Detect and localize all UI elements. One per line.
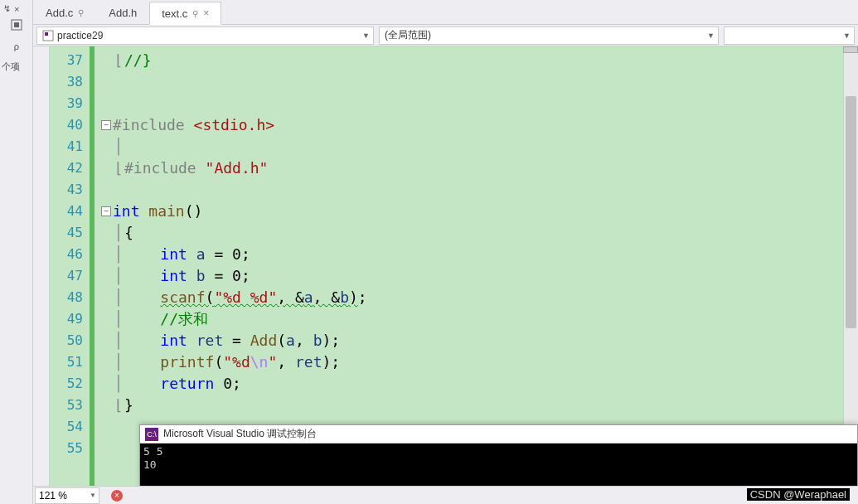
console-titlebar[interactable]: C:\ Microsoft Visual Studio 调试控制台 — [140, 425, 857, 443]
zoom-value: 121 % — [39, 490, 67, 502]
line-number: 44 — [50, 201, 83, 222]
toolbar: practice29 ▼ (全局范围) ▼ ▼ — [33, 25, 858, 46]
search-icon[interactable]: ρ — [0, 36, 33, 57]
code-line[interactable]: │ int a = 0; — [95, 244, 858, 265]
tab-text-c[interactable]: text.c⚲× — [149, 2, 221, 25]
status-bar: 121 % ▼ × — [33, 486, 858, 504]
line-number: 48 — [50, 287, 83, 308]
tab-Add-c[interactable]: Add.c⚲ — [33, 1, 96, 24]
chevron-down-icon: ▼ — [707, 32, 715, 40]
function-dropdown[interactable]: (全局范围) ▼ — [379, 27, 719, 45]
chevron-down-icon: ▼ — [362, 32, 370, 40]
code-line[interactable]: −#include <stdio.h> — [95, 114, 858, 136]
project-icon — [42, 30, 54, 41]
line-number: 54 — [50, 416, 83, 438]
close-icon[interactable]: × — [203, 7, 209, 19]
watermark: CSDN @Weraphael — [747, 488, 850, 501]
code-line[interactable]: −int main() — [95, 201, 858, 222]
debug-console: C:\ Microsoft Visual Studio 调试控制台 5 510 — [139, 424, 858, 487]
line-number: 52 — [50, 373, 83, 395]
code-line[interactable] — [95, 93, 858, 114]
line-number: 50 — [50, 330, 83, 351]
line-number: 39 — [50, 93, 83, 114]
scrollbar-thumb[interactable] — [846, 96, 856, 328]
sidebar-item-label: 个项 — [0, 57, 32, 76]
code-line[interactable]: │ printf("%d\n", ret); — [95, 351, 858, 373]
code-line[interactable]: │ scanf("%d %d", &a, &b); — [95, 287, 858, 308]
line-number: 51 — [50, 351, 83, 373]
tab-label: Add.c — [46, 7, 73, 19]
code-line[interactable] — [95, 179, 858, 201]
fold-icon[interactable]: − — [101, 120, 111, 130]
line-number: 40 — [50, 114, 83, 136]
code-line[interactable]: │ — [95, 136, 858, 158]
code-line[interactable]: │ int b = 0; — [95, 265, 858, 287]
svg-rect-3 — [45, 32, 48, 36]
line-number: 55 — [50, 438, 83, 459]
zoom-dropdown[interactable]: 121 % ▼ — [35, 487, 99, 504]
line-number: 37 — [50, 50, 83, 71]
chevron-down-icon: ▼ — [843, 32, 851, 40]
line-number: 53 — [50, 395, 83, 416]
code-line[interactable]: ⌊} — [95, 395, 858, 416]
tab-label: Add.h — [109, 7, 137, 19]
line-number: 42 — [50, 158, 83, 179]
line-number: 43 — [50, 179, 83, 201]
scope-label: practice29 — [57, 30, 103, 41]
line-number-gutter: 37383940414243444546474849505152535455 — [50, 46, 90, 504]
pin-icon[interactable]: ⚲ — [78, 8, 84, 17]
pin-icon[interactable]: ⚲ — [192, 9, 198, 18]
console-output[interactable]: 5 510 — [140, 443, 857, 487]
console-line: 5 5 — [143, 445, 854, 458]
split-handle[interactable] — [843, 46, 858, 53]
function-label: (全局范围) — [385, 28, 431, 42]
tab-label: text.c — [162, 7, 187, 20]
line-number: 38 — [50, 71, 83, 93]
line-number: 45 — [50, 222, 83, 244]
line-number: 47 — [50, 265, 83, 287]
member-dropdown[interactable]: ▼ — [724, 27, 855, 45]
line-number: 49 — [50, 308, 83, 330]
code-line[interactable] — [95, 71, 858, 93]
code-line[interactable]: │ int ret = Add(a, b); — [95, 330, 858, 351]
breakpoint-margin[interactable] — [33, 46, 50, 504]
line-number: 46 — [50, 244, 83, 265]
console-line: 10 — [143, 458, 854, 472]
console-title-text: Microsoft Visual Studio 调试控制台 — [163, 427, 317, 441]
code-line[interactable]: │ //求和 — [95, 308, 858, 330]
code-line[interactable]: ⌊//} — [95, 50, 858, 71]
svg-rect-1 — [14, 22, 19, 27]
line-number: 41 — [50, 136, 83, 158]
console-icon: C:\ — [145, 428, 158, 441]
scope-dropdown[interactable]: practice29 ▼ — [36, 27, 374, 45]
sidebar-toggle[interactable]: ↯ × — [0, 3, 32, 14]
close-icon[interactable]: × — [14, 4, 19, 14]
code-line[interactable]: │{ — [95, 222, 858, 244]
code-line[interactable]: │ return 0; — [95, 373, 858, 395]
pin-icon: ↯ — [3, 3, 11, 14]
tab-bar: Add.c⚲Add.htext.c⚲× — [33, 0, 858, 25]
tab-Add-h[interactable]: Add.h — [96, 1, 149, 24]
chevron-down-icon: ▼ — [90, 492, 96, 499]
error-icon[interactable]: × — [111, 490, 123, 502]
code-line[interactable]: ⌊#include "Add.h" — [95, 158, 858, 179]
left-sidebar: ↯ × ρ 个项 — [0, 0, 33, 504]
fold-icon[interactable]: − — [101, 206, 111, 216]
vertical-scrollbar[interactable] — [843, 46, 858, 479]
tool-icon[interactable] — [0, 14, 33, 36]
